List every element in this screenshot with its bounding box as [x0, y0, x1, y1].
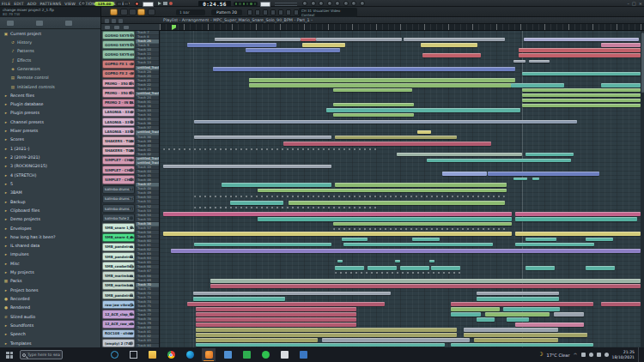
playlist-clip[interactable]	[335, 136, 457, 139]
taskbar-photos-icon[interactable]	[221, 348, 234, 361]
playlist-clip[interactable]	[464, 328, 558, 332]
channel-button[interactable]: SIMPLE7 - CHOIR AL	[102, 175, 135, 184]
taskbar-cortana-icon[interactable]	[107, 348, 121, 361]
playlist-clip[interactable]	[431, 266, 460, 270]
channel-button[interactable]: SMB_cowbells_pri	[102, 262, 135, 270]
channel-button[interactable]: kalimba flute 2	[102, 214, 135, 222]
playlist-clip[interactable]: Pattern 8 - GOPRO FX	[283, 142, 491, 146]
playlist-clip[interactable]: Pat 17	[412, 238, 440, 241]
playlist-clip[interactable]	[429, 260, 434, 262]
minimize-icon[interactable]: –	[628, 0, 630, 7]
playlist-clip[interactable]: Pattern 15	[335, 266, 364, 270]
playlist-clip[interactable]	[194, 120, 577, 124]
playlist-clip[interactable]: SIMPLE7 - CHOIR WET DUCKED	[187, 302, 385, 306]
playlist-clip[interactable]	[333, 222, 512, 226]
playlist-clip[interactable]	[601, 302, 641, 306]
playlist-clip[interactable]	[519, 48, 641, 52]
playlist-clip[interactable]: SMB_snare 1_dual - WET	[193, 292, 391, 295]
playlist-clip[interactable]	[477, 292, 559, 295]
playlist-clip[interactable]	[368, 266, 397, 270]
speaker-icon[interactable]	[597, 353, 601, 357]
playlist-clip[interactable]	[515, 232, 641, 236]
playlist-clip[interactable]	[194, 196, 505, 197]
playlist-clip[interactable]	[322, 338, 470, 342]
channel-button[interactable]: LASONIA - 33 OSC B	[102, 127, 135, 136]
browser-item-sliced-audio[interactable]: ≋Sliced audio	[0, 312, 100, 321]
playlist-clip[interactable]	[333, 113, 414, 117]
playlist-clip[interactable]	[421, 43, 477, 47]
browser-item-how-long-has-it-been-[interactable]: ▸how long has it been?	[0, 232, 100, 241]
playlist-clip[interactable]	[196, 312, 356, 317]
channel-button[interactable]: SIMPLE7 - CHOIR AL	[102, 156, 135, 165]
channel-button[interactable]: SMB_pandeiros_ac	[102, 291, 135, 299]
typing-keyboard-display[interactable]	[143, 2, 154, 7]
channel-button[interactable]: ROC108 - slider - SLOW	[102, 329, 135, 338]
browser-item-plugin-database[interactable]: ▸Plugin database	[0, 100, 100, 109]
channel-button[interactable]: SMB_snare 1_dual	[102, 223, 135, 232]
playlist-clip[interactable]	[289, 201, 505, 205]
playlist-clip[interactable]	[258, 217, 512, 221]
channel-button[interactable]: raw jaw vibra_ac	[102, 300, 135, 309]
playlist-clip[interactable]	[554, 312, 584, 317]
playlist-clip[interactable]	[163, 148, 378, 150]
taskbar-sharex-icon[interactable]	[240, 348, 253, 361]
channel-button[interactable]: LASONIA - 33 OSC B	[102, 108, 135, 117]
playlist-clip[interactable]: SMB_pandeiros_primary - WET - DUCK - AMB…	[163, 232, 512, 236]
browser-item-3bam[interactable]: ▸3BAM	[0, 189, 100, 197]
playlist-clip[interactable]	[474, 338, 558, 342]
browser-item-recent-files[interactable]: ▸Recent files	[0, 91, 100, 100]
playlist-clip[interactable]: Pattern 9 - Mia beat	[213, 67, 515, 71]
channel-button[interactable]: SMB_pandeiros_pri	[102, 243, 135, 251]
channel-button[interactable]: GOSHO SKY5 - WET	[102, 31, 135, 39]
playlist-clip[interactable]	[333, 103, 414, 106]
playlist-clip[interactable]	[522, 104, 641, 107]
playlist-timeline-ruler[interactable]	[160, 24, 644, 31]
browser-item-il-shared-data[interactable]: ▸IL shared data	[0, 242, 100, 250]
playlist-clip[interactable]: Pattern 20	[601, 83, 641, 87]
playlist-clip[interactable]	[417, 130, 431, 134]
playlist-clip[interactable]: kalimba snare 1	[397, 153, 522, 156]
channel-button[interactable]: SMB_marimbas_ac	[102, 281, 135, 290]
tray-chevron-icon[interactable]: ^	[573, 352, 577, 358]
playlist-clip[interactable]	[529, 60, 550, 63]
playlist-clip[interactable]	[451, 302, 593, 306]
playlist-clip[interactable]	[404, 38, 505, 41]
playlist-clip[interactable]	[196, 343, 445, 347]
playlist-clip[interactable]	[249, 78, 515, 82]
playlist-clip[interactable]	[515, 212, 641, 216]
playlist-clip[interactable]: Pattern 22 - Mia beat	[187, 43, 276, 47]
channel-button[interactable]: PRIMO - 350 D GO AL	[102, 88, 135, 97]
browser-item-misc[interactable]: ▸Misc	[0, 259, 100, 268]
channel-button[interactable]: SMB_pandeiros_pri	[102, 252, 135, 261]
playlist-clip[interactable]	[464, 333, 587, 337]
channel-button[interactable]: 12_ACE_raw_vibes	[102, 320, 135, 329]
playlist-tool-strip[interactable]	[247, 9, 299, 15]
playlist-clip[interactable]: kalimba flute 2 - Mia beat	[171, 249, 641, 253]
playlist-clip[interactable]: MPC_Super_Mario_Snare_Solo_90_BPM	[215, 38, 301, 41]
browser-item-packs[interactable]: ▦Packs	[0, 277, 100, 286]
playlist-clip[interactable]	[196, 317, 356, 322]
playlist-clip[interactable]	[302, 43, 345, 47]
browser-item-effects[interactable]: ƒEffects	[0, 56, 100, 64]
browser-item-4-stretch-[interactable]: ▸4 (STRETCH)	[0, 171, 100, 179]
taskbar-fl-studio-icon[interactable]	[202, 348, 216, 361]
playlist-clip[interactable]	[451, 312, 481, 317]
browser-item-demo-projects[interactable]: ▸Demo projects	[0, 215, 100, 224]
draw-tool-button[interactable]	[137, 9, 145, 15]
playlist-clip[interactable]: Pattern 20 - Mia beat	[488, 172, 599, 176]
channel-button[interactable]: PRIMO - 350 D GO AL	[102, 79, 135, 87]
browser-item-generators[interactable]: ◈Generators	[0, 64, 100, 73]
playlist-clip[interactable]	[196, 333, 457, 337]
stop-button[interactable]	[163, 2, 167, 6]
browser-refresh-icon[interactable]	[65, 21, 72, 26]
playlist-clip[interactable]	[194, 243, 331, 246]
browser-item-templates[interactable]: ▸Templates	[0, 339, 100, 347]
taskbar-task-view-icon[interactable]	[126, 348, 140, 361]
song-position-marker[interactable]	[172, 25, 176, 30]
playlist-clip[interactable]	[586, 238, 613, 241]
playlist-titlebar[interactable]: Playlist - Arrangement - MPC_Super_Mario…	[101, 17, 644, 24]
playlist-clip[interactable]	[451, 307, 500, 311]
snap-selector[interactable]: 1 bar	[176, 9, 205, 15]
playlist-clip[interactable]: Pattern 19	[511, 83, 564, 87]
playlist-clip[interactable]	[477, 317, 495, 322]
